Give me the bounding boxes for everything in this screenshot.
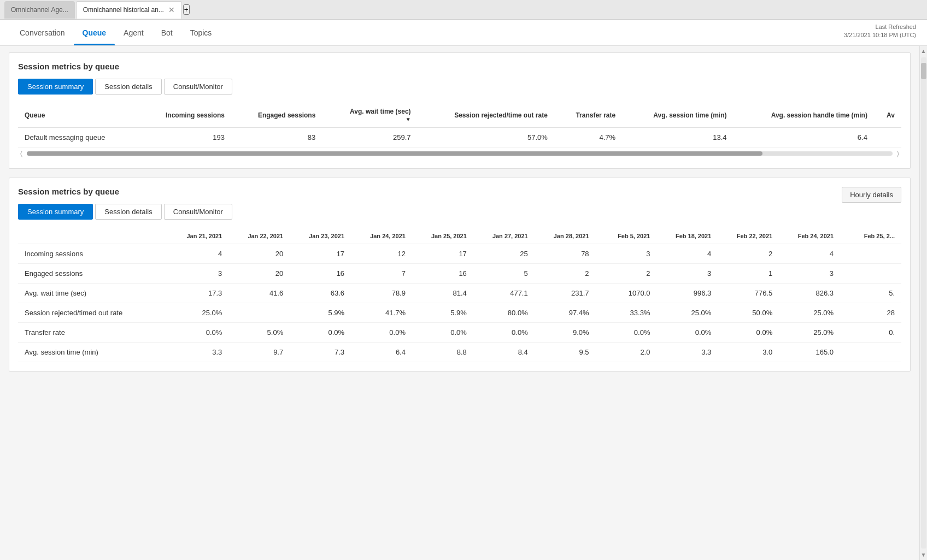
cell-metric-3: Session rejected/timed out rate — [18, 303, 167, 323]
col-date-0: Jan 21, 2021 — [167, 228, 228, 244]
section1-table-wrapper: Queue Incoming sessions Engaged sessions… — [18, 103, 901, 160]
cell-0-0: 4 — [167, 244, 228, 264]
cell-avg-handle: 6.4 — [734, 128, 874, 148]
cell-metric-1: Engaged sessions — [18, 264, 167, 284]
cell-1-11 — [840, 264, 901, 284]
cell-0-4: 17 — [412, 244, 473, 264]
cell-3-2: 5.9% — [290, 303, 351, 323]
col-date-8: Feb 18, 2021 — [656, 228, 718, 244]
cell-4-10: 25.0% — [779, 323, 840, 343]
nav-tab-topics[interactable]: Topics — [181, 21, 221, 45]
cell-2-8: 996.3 — [656, 284, 718, 303]
cell-5-5: 8.4 — [473, 343, 535, 362]
cell-2-11: 5. — [840, 284, 901, 303]
col-date-3: Jan 24, 2021 — [351, 228, 412, 244]
cell-1-2: 16 — [290, 264, 351, 284]
cell-5-1: 9.7 — [228, 343, 290, 362]
cell-4-3: 0.0% — [351, 323, 412, 343]
nav-tab-bot[interactable]: Bot — [152, 21, 181, 45]
section2-title: Session metrics by queue — [18, 187, 901, 196]
cell-4-8: 0.0% — [656, 323, 718, 343]
scroll-down-icon[interactable]: ▼ — [920, 551, 927, 559]
sort-down-icon: ▼ — [406, 116, 411, 122]
cell-4-1: 5.0% — [228, 323, 290, 343]
cell-3-4: 5.9% — [412, 303, 473, 323]
cell-rejected: 57.0% — [418, 128, 554, 148]
last-refreshed: Last Refreshed 3/21/2021 10:18 PM (UTC) — [844, 23, 916, 40]
col-date-9: Feb 22, 2021 — [718, 228, 779, 244]
cell-1-7: 2 — [596, 264, 657, 284]
cell-5-11 — [840, 343, 901, 362]
nav-tab-queue[interactable]: Queue — [74, 21, 115, 45]
cell-4-11: 0. — [840, 323, 901, 343]
cell-2-7: 1070.0 — [596, 284, 657, 303]
scroll-left-icon[interactable]: 〈 — [18, 150, 25, 157]
cell-4-6: 9.0% — [535, 323, 596, 343]
section2-tab-summary[interactable]: Session summary — [18, 204, 93, 220]
cell-2-10: 826.3 — [779, 284, 840, 303]
section1-tab-details[interactable]: Session details — [95, 79, 161, 95]
add-tab-button[interactable]: + — [183, 4, 190, 15]
col-queue: Queue — [18, 103, 138, 128]
vertical-scrollbar[interactable]: ▲ ▼ — [919, 46, 927, 560]
scroll-right-icon[interactable]: 〉 — [895, 150, 901, 157]
browser-tab-2[interactable]: Omnichannel historical an... ✕ — [76, 1, 182, 19]
browser-tab-2-label: Omnichannel historical an... — [83, 6, 164, 14]
close-tab-icon[interactable]: ✕ — [168, 5, 175, 14]
scroll-up-icon[interactable]: ▲ — [920, 47, 927, 55]
col-metric-header — [18, 228, 167, 244]
section1-tab-summary[interactable]: Session summary — [18, 79, 93, 95]
cell-1-8: 3 — [656, 264, 718, 284]
col-date-7: Feb 5, 2021 — [596, 228, 657, 244]
scrollbar-thumb — [921, 63, 926, 79]
cell-4-0: 0.0% — [167, 323, 228, 343]
col-transfer: Transfer rate — [554, 103, 622, 128]
section1-tab-consult[interactable]: Consult/Monitor — [164, 79, 232, 95]
col-avg-wait[interactable]: Avg. wait time (sec) ▼ — [322, 103, 417, 128]
table-row: Engaged sessions32016716522313 — [18, 264, 901, 284]
cell-0-6: 78 — [535, 244, 596, 264]
cell-0-3: 12 — [351, 244, 412, 264]
cell-3-1 — [228, 303, 290, 323]
nav-tab-conversation[interactable]: Conversation — [11, 21, 74, 45]
cell-0-5: 25 — [473, 244, 535, 264]
cell-3-10: 25.0% — [779, 303, 840, 323]
table-row: Avg. session time (min)3.39.77.36.48.88.… — [18, 343, 901, 362]
cell-queue: Default messaging queue — [18, 128, 138, 148]
col-date-2: Jan 23, 2021 — [290, 228, 351, 244]
col-date-5: Jan 27, 2021 — [473, 228, 535, 244]
section1-sub-tabs: Session summary Session details Consult/… — [18, 79, 901, 95]
cell-2-2: 63.6 — [290, 284, 351, 303]
section1-title: Session metrics by queue — [18, 62, 901, 71]
section2-table-wrapper: Jan 21, 2021Jan 22, 2021Jan 23, 2021Jan … — [18, 228, 901, 362]
cell-5-3: 6.4 — [351, 343, 412, 362]
col-incoming: Incoming sessions — [138, 103, 231, 128]
section2-tab-consult[interactable]: Consult/Monitor — [164, 204, 232, 220]
cell-2-5: 477.1 — [473, 284, 535, 303]
cell-1-6: 2 — [535, 264, 596, 284]
h-scroll-track[interactable] — [27, 151, 893, 156]
scrollbar-track[interactable] — [921, 57, 926, 549]
cell-4-7: 0.0% — [596, 323, 657, 343]
nav-tab-agent[interactable]: Agent — [115, 21, 152, 45]
cell-3-0: 25.0% — [167, 303, 228, 323]
table-row: Incoming sessions42017121725783424 — [18, 244, 901, 264]
main-content: Session metrics by queue Session summary… — [0, 46, 919, 560]
cell-3-3: 41.7% — [351, 303, 412, 323]
section2-tab-details[interactable]: Session details — [95, 204, 161, 220]
cell-avg-wait: 259.7 — [322, 128, 417, 148]
cell-5-4: 8.8 — [412, 343, 473, 362]
cell-1-10: 3 — [779, 264, 840, 284]
section2-table: Jan 21, 2021Jan 22, 2021Jan 23, 2021Jan … — [18, 228, 901, 362]
cell-5-0: 3.3 — [167, 343, 228, 362]
cell-2-6: 231.7 — [535, 284, 596, 303]
browser-tab-1[interactable]: Omnichannel Age... — [4, 1, 75, 19]
h-scrollbar: 〈 〉 — [18, 148, 901, 160]
cell-1-0: 3 — [167, 264, 228, 284]
col-date-4: Jan 25, 2021 — [412, 228, 473, 244]
cell-3-7: 33.3% — [596, 303, 657, 323]
cell-4-2: 0.0% — [290, 323, 351, 343]
cell-5-6: 9.5 — [535, 343, 596, 362]
cell-4-9: 0.0% — [718, 323, 779, 343]
hourly-details-button[interactable]: Hourly details — [842, 187, 901, 203]
